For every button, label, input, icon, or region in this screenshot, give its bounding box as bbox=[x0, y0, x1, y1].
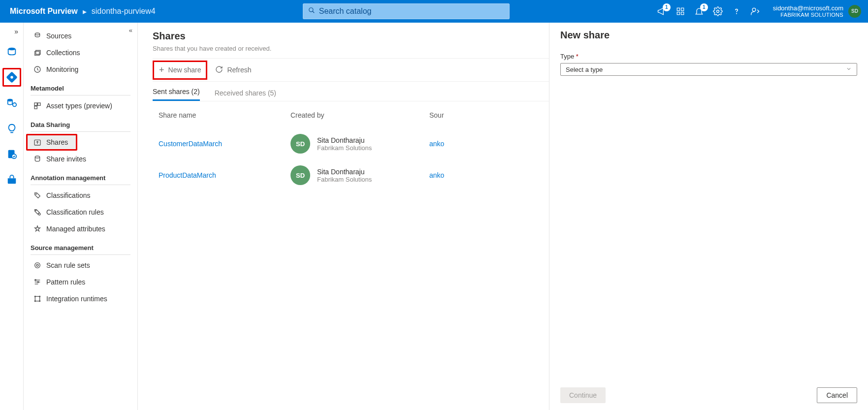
required-asterisk: * bbox=[576, 53, 579, 60]
search-placeholder: Search catalog bbox=[319, 7, 372, 16]
sidebar-item-label: Classifications bbox=[46, 191, 90, 199]
sidebar-item-classifications[interactable]: Classifications bbox=[31, 187, 130, 204]
svg-point-9 bbox=[8, 48, 15, 51]
gear-icon[interactable] bbox=[713, 6, 723, 16]
sidebar-item-pattern-rules[interactable]: Pattern rules bbox=[31, 274, 130, 290]
new-share-button[interactable]: + New share bbox=[153, 61, 207, 80]
svg-point-25 bbox=[36, 194, 36, 194]
divider bbox=[31, 131, 130, 132]
svg-point-24 bbox=[35, 156, 39, 158]
new-share-panel: New share Type * Select a type Continue … bbox=[549, 23, 868, 410]
user-menu[interactable]: sidontha@microsoft.com FABRIKAM SOLUTION… bbox=[773, 5, 861, 18]
created-by-cell: SD Sita Dontharaju Fabrikam Solutions bbox=[290, 165, 429, 185]
svg-rect-20 bbox=[34, 103, 37, 105]
panel-title: New share bbox=[560, 30, 857, 41]
panel-footer: Continue Cancel bbox=[560, 380, 857, 410]
managed-attributes-icon bbox=[33, 225, 41, 233]
user-org: Fabrikam Solutions bbox=[317, 176, 372, 183]
user-text: sidontha@microsoft.com FABRIKAM SOLUTION… bbox=[773, 5, 843, 18]
pattern-rules-icon bbox=[33, 278, 41, 286]
created-by-cell: SD Sita Dontharaju Fabrikam Solutions bbox=[290, 134, 429, 154]
collapse-sidebar-icon[interactable]: « bbox=[129, 27, 132, 34]
cancel-button[interactable]: Cancel bbox=[817, 387, 857, 403]
search-icon bbox=[308, 7, 315, 16]
share-link[interactable]: CustomerDataMarch bbox=[153, 140, 290, 148]
type-select[interactable]: Select a type bbox=[560, 63, 857, 76]
classification-rules-icon bbox=[33, 208, 41, 216]
sidebar-item-collections[interactable]: Collections bbox=[31, 44, 130, 61]
sidebar: « Sources Collections Monitoring Metamod… bbox=[24, 23, 138, 410]
svg-point-6 bbox=[716, 10, 719, 12]
expand-rail-icon[interactable]: » bbox=[14, 28, 23, 35]
tab-sent-shares[interactable]: Sent shares (2) bbox=[153, 88, 200, 101]
svg-line-1 bbox=[312, 11, 314, 13]
sidebar-item-label: Sources bbox=[46, 32, 71, 40]
svg-point-27 bbox=[38, 213, 40, 215]
svg-point-11 bbox=[10, 76, 13, 79]
sidebar-item-label: Integration runtimes bbox=[46, 295, 107, 303]
svg-point-13 bbox=[12, 103, 16, 106]
badge: 1 bbox=[663, 3, 671, 11]
user-name: Sita Dontharaju bbox=[317, 168, 372, 176]
shares-icon bbox=[33, 138, 41, 146]
sidebar-item-label: Collections bbox=[46, 49, 80, 57]
svg-rect-4 bbox=[677, 12, 679, 14]
share-link[interactable]: ProductDataMarch bbox=[153, 171, 290, 179]
svg-point-12 bbox=[7, 99, 12, 101]
select-placeholder: Select a type bbox=[566, 66, 603, 73]
svg-rect-22 bbox=[34, 106, 37, 109]
sidebar-header-source-mgmt: Source management bbox=[31, 244, 130, 252]
refresh-button[interactable]: Refresh bbox=[210, 63, 256, 78]
user-name: Sita Dontharaju bbox=[317, 136, 372, 144]
sidebar-item-share-invites[interactable]: Share invites bbox=[31, 151, 130, 167]
rail-item-estate[interactable] bbox=[2, 94, 21, 112]
sidebar-item-scan-rule-sets[interactable]: Scan rule sets bbox=[31, 257, 130, 274]
tab-received-shares[interactable]: Received shares (5) bbox=[215, 89, 276, 101]
rail-item-management[interactable] bbox=[2, 170, 21, 189]
type-label: Type * bbox=[560, 53, 857, 60]
feedback-icon[interactable] bbox=[750, 6, 760, 16]
sidebar-item-sources[interactable]: Sources bbox=[31, 28, 130, 44]
sidebar-item-asset-types[interactable]: Asset types (preview) bbox=[31, 97, 130, 114]
sidebar-item-label: Asset types (preview) bbox=[46, 102, 112, 110]
sidebar-item-managed-attributes[interactable]: Managed attributes bbox=[31, 221, 130, 237]
svg-point-29 bbox=[36, 264, 38, 266]
button-label: Refresh bbox=[227, 66, 251, 74]
divider bbox=[31, 95, 130, 95]
svg-rect-5 bbox=[681, 12, 683, 14]
svg-point-8 bbox=[752, 8, 756, 11]
avatar: SD bbox=[848, 5, 861, 18]
header-right: 1 1 sidontha@microsoft.com FABRIKAM SOLU… bbox=[657, 5, 868, 18]
col-share-name[interactable]: Share name bbox=[153, 111, 290, 119]
chevron-down-icon bbox=[846, 66, 852, 73]
sidebar-item-monitoring[interactable]: Monitoring bbox=[31, 61, 130, 78]
collections-icon bbox=[33, 49, 41, 57]
user-org: FABRIKAM SOLUTIONS bbox=[773, 12, 843, 18]
svg-point-7 bbox=[736, 13, 737, 14]
col-created-by[interactable]: Created by bbox=[290, 111, 429, 119]
search-input[interactable]: Search catalog bbox=[303, 3, 510, 19]
sidebar-item-label: Managed attributes bbox=[46, 225, 105, 233]
sidebar-item-classification-rules[interactable]: Classification rules bbox=[31, 204, 130, 221]
svg-point-16 bbox=[35, 33, 39, 35]
bell-icon[interactable]: 1 bbox=[694, 6, 704, 16]
sidebar-item-label: Share invites bbox=[46, 155, 86, 163]
apps-icon[interactable] bbox=[675, 6, 685, 16]
sidebar-item-integration-runtimes[interactable]: Integration runtimes bbox=[31, 290, 130, 307]
sidebar-item-shares[interactable]: Shares bbox=[26, 134, 77, 151]
breadcrumb-chevron-icon: ▸ bbox=[83, 7, 87, 16]
breadcrumb-account[interactable]: sidontha-purview4 bbox=[92, 7, 156, 16]
rail-item-policy[interactable] bbox=[2, 145, 21, 163]
megaphone-icon[interactable]: 1 bbox=[657, 6, 667, 16]
svg-point-26 bbox=[35, 210, 36, 211]
divider bbox=[31, 254, 130, 255]
rail-item-insights[interactable] bbox=[2, 119, 21, 138]
svg-rect-35 bbox=[35, 296, 39, 301]
rail-item-datacatalog[interactable] bbox=[2, 42, 21, 61]
svg-point-28 bbox=[35, 263, 40, 268]
help-icon[interactable] bbox=[732, 6, 741, 16]
rail-item-datamap[interactable] bbox=[2, 68, 21, 87]
monitoring-icon bbox=[33, 65, 41, 73]
badge: 1 bbox=[700, 3, 708, 11]
continue-button[interactable]: Continue bbox=[560, 387, 606, 403]
